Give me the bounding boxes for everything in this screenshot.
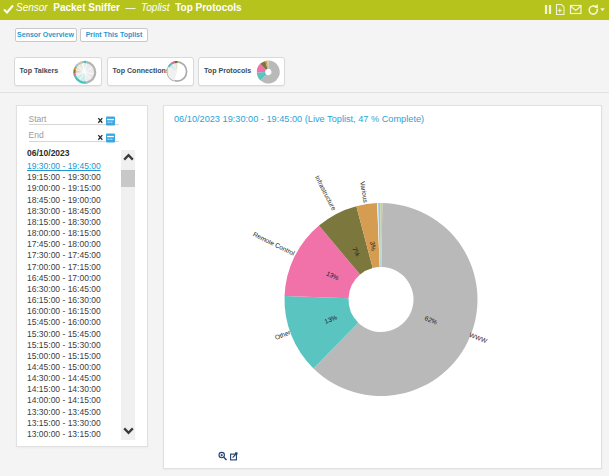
svg-text:WWW: WWW: [468, 331, 488, 345]
svg-text:Other: Other: [274, 328, 292, 341]
svg-text:Infrastructure: Infrastructure: [314, 174, 338, 212]
svg-text:3%: 3%: [369, 241, 377, 252]
svg-text:Various: Various: [359, 181, 369, 204]
svg-text:Remote Control: Remote Control: [252, 230, 296, 256]
